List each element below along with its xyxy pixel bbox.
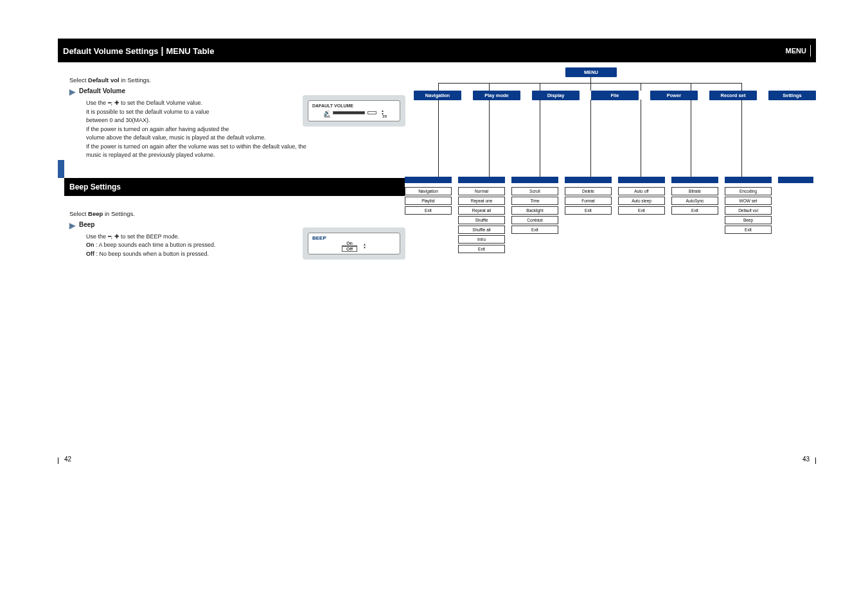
tree-v <box>741 83 742 91</box>
leaf: Auto off <box>618 187 665 195</box>
segmented-bar <box>405 177 813 183</box>
leaf: Contrast <box>511 216 558 224</box>
instr2-prefix: Select <box>69 210 88 217</box>
blue-stub <box>58 160 64 178</box>
tree-col: Encoding WOW set Default vol Beep Exit <box>725 187 772 253</box>
leaf: Delete <box>565 187 612 195</box>
tree-col: Bitrate AutoSync Exit <box>671 187 718 253</box>
page-number-left: 42 <box>64 456 71 463</box>
leaf: Beep <box>725 216 772 224</box>
instr2-suffix: in Settings. <box>103 210 135 217</box>
tree-v2 <box>590 100 591 177</box>
tree-v2 <box>540 100 540 177</box>
l1-node: File <box>591 91 639 100</box>
leaf: Intro <box>458 235 505 244</box>
seg <box>458 177 505 183</box>
header-separator: | <box>159 46 166 56</box>
leaf: Repeat all <box>458 206 505 215</box>
beep-header-title: Beep Settings <box>69 182 121 191</box>
tree-v2 <box>741 100 742 177</box>
leaf: Exit <box>725 226 772 234</box>
seg <box>725 177 772 183</box>
header-right-label: MENU <box>786 47 806 55</box>
leaf: Format <box>565 197 612 205</box>
instr-prefix: Select <box>69 76 88 84</box>
seg <box>565 177 612 183</box>
instr-suffix: in Settings. <box>120 76 152 84</box>
leaf: Exit <box>565 206 612 215</box>
tree-v2 <box>438 100 439 177</box>
tree-root-node: MENU <box>565 67 617 77</box>
instruction-line-2: Select Beep in Settings. <box>69 210 405 217</box>
body-content: Select Default vol in Settings. ▶ Defaul… <box>58 62 405 160</box>
tree-v2 <box>489 100 490 177</box>
leaf: AutoSync <box>671 197 718 205</box>
page-header: Default Volume Settings | MENU Table <box>58 39 405 62</box>
line-7: music is replayed at the previously play… <box>86 151 405 160</box>
l1-node: Power <box>650 91 698 100</box>
page-number-right: 43 <box>802 456 810 463</box>
leaf: Auto sleep <box>618 197 665 205</box>
instr-bold: Default vol <box>88 76 120 84</box>
page-header-right: MENU <box>405 39 816 62</box>
tree-connector-h <box>438 83 741 84</box>
l1-node: Display <box>532 91 580 100</box>
leaf: Exit <box>458 245 505 253</box>
leaf: Bitrate <box>671 187 718 195</box>
leaf: Scroll <box>511 187 558 195</box>
l1-node: Settings <box>768 91 816 100</box>
right-arrow-icon: ▶ <box>69 87 75 96</box>
lcd-value: 20 <box>382 114 387 118</box>
left-page: Default Volume Settings | MENU Table Sel… <box>58 39 405 463</box>
instr2-bold: Beep <box>88 210 103 217</box>
l1-node: Navigation <box>414 91 461 100</box>
volume-bar-empty <box>368 111 376 114</box>
leaf: Navigation <box>405 187 452 195</box>
crop-tick-right <box>815 458 816 464</box>
up-down-arrows-icon: ▲▼ <box>363 243 366 249</box>
right-arrow-icon: ▶ <box>69 221 75 230</box>
leaf: Shuffle all <box>458 226 505 234</box>
tree-col: Auto off Auto sleep Exit <box>618 187 665 253</box>
tree-col: Scroll Time Backlight Contrast Exit <box>511 187 558 253</box>
right-page: MENU MENU Navigation Play mode Display <box>405 39 816 463</box>
header-title-2: MENU Table <box>166 46 214 56</box>
l1-node: Play mode <box>473 91 520 100</box>
leaf: Shuffle <box>458 216 505 224</box>
leaf: WOW set <box>725 197 772 205</box>
tree-col: Normal Repeat one Repeat all Shuffle Shu… <box>458 187 505 253</box>
leaf: Exit <box>405 206 452 215</box>
lcd-beep-on: On <box>342 241 357 246</box>
lcd-beep-title: BEEP <box>312 235 396 241</box>
tree-v2 <box>691 100 691 177</box>
arrow-label-1: Default Volume <box>79 87 125 94</box>
line-6: If the power is turned on again after th… <box>86 143 405 152</box>
leaf: Normal <box>458 187 505 195</box>
seg <box>671 177 718 183</box>
leaf: Repeat one <box>458 197 505 205</box>
line-5: volume above the default value, music is… <box>86 134 405 143</box>
seg <box>405 177 452 183</box>
lcd-title-1: DAFAULT VOLUME <box>312 103 396 108</box>
l1-node: Record set <box>709 91 757 100</box>
tree-v <box>438 83 439 91</box>
seg <box>511 177 558 183</box>
tree-level1: Navigation Play mode Display File Power … <box>414 91 816 100</box>
lcd-beep-off: Off <box>342 246 357 252</box>
lcd-vol-label: Vol. <box>324 114 331 118</box>
seg <box>778 177 813 183</box>
tree-level2: Navigation Playlist Exit Normal Repeat o… <box>405 187 816 253</box>
seg <box>618 177 665 183</box>
leaf: Encoding <box>725 187 772 195</box>
tree-col: Delete Format Exit <box>565 187 612 253</box>
tree-v <box>691 83 691 91</box>
beep-header-bar: Beep Settings <box>58 160 405 196</box>
leaf: Exit <box>511 226 558 234</box>
tree-v2 <box>641 100 641 177</box>
lcd-default-volume: DAFAULT VOLUME 🔊 ▲▼ Vol. 20 <box>303 95 405 127</box>
tree-col: Navigation Playlist Exit <box>405 187 452 253</box>
volume-bar <box>333 111 365 114</box>
header-sep-right <box>810 45 811 57</box>
leaf: Exit <box>618 206 665 215</box>
leaf: Playlist <box>405 197 452 205</box>
